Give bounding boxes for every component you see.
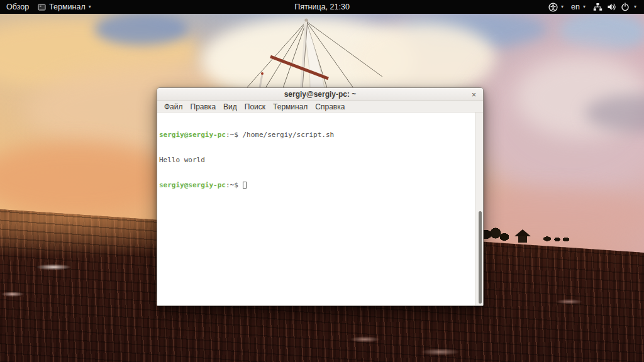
keyboard-layout-button[interactable]: en ▾ (571, 0, 586, 14)
chevron-down-icon: ▾ (583, 4, 586, 9)
accessibility-icon (548, 3, 558, 12)
prompt-suffix: :~$ (226, 181, 238, 189)
command-text: /home/sergiy/script.sh (238, 131, 334, 139)
terminal-scrollbar[interactable] (475, 112, 483, 305)
terminal-text: sergiy@sergiy-pc:~$ /home/sergiy/script.… (157, 112, 483, 206)
prompt-suffix: :~$ (226, 131, 238, 139)
top-bar: Обзор Терминал ▾ Пятница, 21:30 (0, 0, 644, 14)
small-mast (260, 74, 262, 88)
wired-network-icon (593, 3, 602, 11)
hut-roof (514, 229, 531, 236)
terminal-line-prompt-command: sergiy@sergiy-pc:~$ /home/sergiy/script.… (159, 131, 483, 139)
menu-item-view[interactable]: Вид (219, 102, 241, 111)
menu-item-file[interactable]: Файл (160, 102, 187, 111)
sky-patch (94, 13, 189, 45)
close-icon: × (472, 90, 476, 99)
close-button[interactable]: × (469, 90, 479, 99)
system-menu-button[interactable]: ▾ (593, 0, 636, 14)
prompt-user-host: sergiy@sergiy-pc (159, 181, 226, 189)
clock-button[interactable]: Пятница, 21:30 (0, 3, 644, 11)
sailboat-mast (233, 14, 421, 88)
menu-item-help[interactable]: Справка (311, 102, 348, 111)
hut-base (518, 236, 527, 243)
scrollbar-thumb[interactable] (479, 211, 482, 304)
window-titlebar[interactable]: sergiy@sergiy-pc: ~ × (157, 88, 483, 101)
shrubs-silhouette (542, 234, 571, 242)
keyboard-layout-label: en (571, 3, 580, 11)
window-menubar: Файл Правка Вид Поиск Терминал Справка (157, 101, 483, 112)
prompt-user-host: sergiy@sergiy-pc (159, 131, 226, 139)
desktop: Обзор Терминал ▾ Пятница, 21:30 (0, 0, 644, 362)
volume-icon (607, 3, 616, 11)
hut-silhouette (513, 229, 532, 244)
accessibility-menu-button[interactable]: ▾ (548, 0, 564, 14)
menu-item-edit[interactable]: Правка (187, 102, 220, 111)
terminal-cursor (243, 182, 247, 189)
terminal-content[interactable]: sergiy@sergiy-pc:~$ /home/sergiy/script.… (157, 112, 483, 305)
menu-item-terminal[interactable]: Терминал (269, 102, 311, 111)
trees-silhouette (479, 226, 511, 244)
terminal-line-output: Hello world (159, 156, 483, 164)
chevron-down-icon: ▾ (561, 4, 564, 9)
window-title: sergiy@sergiy-pc: ~ (284, 90, 357, 99)
island-silhouette (479, 223, 580, 246)
power-icon (621, 3, 630, 11)
terminal-window: sergiy@sergiy-pc: ~ × Файл Правка Вид По… (157, 87, 484, 306)
terminal-line-prompt: sergiy@sergiy-pc:~$ (159, 181, 483, 189)
chevron-down-icon: ▾ (634, 4, 636, 9)
menu-item-search[interactable]: Поиск (241, 102, 269, 111)
